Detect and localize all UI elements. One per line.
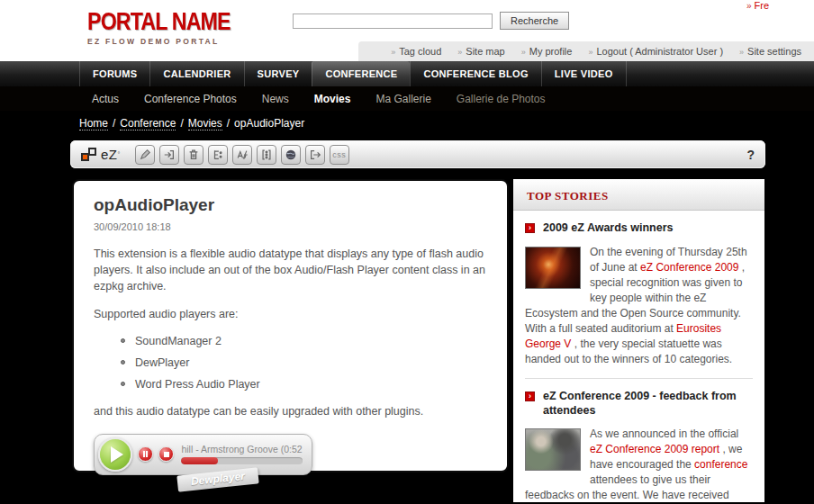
subnav-item-news[interactable]: News bbox=[249, 93, 302, 105]
arrow-icon: » bbox=[457, 48, 462, 57]
sub-nav: Actus Conference Photos News Movies Ma G… bbox=[0, 86, 814, 111]
trash-icon[interactable] bbox=[184, 145, 204, 165]
quick-link-tag-cloud[interactable]: »Tag cloud bbox=[391, 46, 441, 57]
breadcrumb-separator: / bbox=[180, 117, 183, 130]
quick-link-my-profile[interactable]: »My profile bbox=[521, 46, 573, 57]
list-item: Word Press Audio Player bbox=[121, 378, 487, 391]
track-label: hill - Armstrong Groove (0:52 bbox=[181, 444, 303, 454]
ez-logo[interactable]: eZ° bbox=[81, 147, 120, 162]
red-arrow-icon: › bbox=[525, 392, 535, 401]
play-button[interactable] bbox=[98, 437, 132, 472]
arrow-icon: » bbox=[521, 48, 526, 57]
story-link[interactable]: eZ Conference 2009 bbox=[640, 261, 738, 274]
header: »Fre PORTAL NAME EZ FLOW DEMO PORTAL Rec… bbox=[0, 0, 814, 61]
story-link[interactable]: eZ Conference 2009 report bbox=[590, 443, 719, 455]
bullet-icon bbox=[121, 382, 125, 386]
player-track-area: hill - Armstrong Groove (0:52 bbox=[181, 444, 303, 464]
list-item-label: DewPlayer bbox=[135, 356, 189, 369]
language-switcher[interactable]: »Fre bbox=[746, 0, 769, 11]
story-headline-row[interactable]: › 2009 eZ Awards winners bbox=[525, 221, 753, 236]
arrow-icon: » bbox=[588, 48, 592, 57]
story-item: › eZ Conference 2009 - feedback from att… bbox=[525, 378, 753, 504]
breadcrumb-home[interactable]: Home bbox=[79, 117, 108, 130]
breadcrumb-conference[interactable]: Conference bbox=[120, 117, 176, 130]
nav-tab-conference[interactable]: CONFERENCE bbox=[312, 61, 410, 86]
ez-logo-icon bbox=[81, 148, 96, 161]
story-thumbnail[interactable] bbox=[525, 247, 581, 289]
nav-tab-forums[interactable]: FORUMS bbox=[79, 61, 149, 86]
page: »Fre PORTAL NAME EZ FLOW DEMO PORTAL Rec… bbox=[0, 0, 814, 504]
quick-links-bar: »Tag cloud »Site map »My profile »Logout… bbox=[358, 41, 814, 61]
story-link[interactable]: conference bbox=[694, 458, 747, 471]
pause-icon bbox=[146, 451, 148, 457]
top-stories-panel: TOP STORIES › 2009 eZ Awards winners On … bbox=[511, 177, 766, 504]
breadcrumb: Home/Conference/Movies/opAudioPlayer bbox=[79, 117, 304, 130]
quick-link-label: Site map bbox=[466, 46, 504, 57]
story-body: On the evening of Thursday 25th of June … bbox=[525, 245, 753, 367]
subnav-item-gallerie-de-photos[interactable]: Gallerie de Photos bbox=[444, 93, 558, 105]
story-thumbnail[interactable] bbox=[525, 428, 581, 471]
arrow-icon: » bbox=[739, 48, 744, 57]
red-arrow-icon: › bbox=[525, 223, 535, 233]
logo-title: PORTAL NAME bbox=[87, 8, 231, 36]
breadcrumb-movies[interactable]: Movies bbox=[188, 117, 222, 130]
quick-link-site-settings[interactable]: »Site settings bbox=[739, 46, 801, 57]
story-headline-row[interactable]: › eZ Conference 2009 - feedback from att… bbox=[525, 390, 753, 418]
css-button[interactable]: css bbox=[330, 145, 349, 165]
arrow-icon: » bbox=[746, 1, 752, 11]
quick-link-label: Site settings bbox=[747, 46, 801, 57]
sort-icon[interactable] bbox=[208, 145, 228, 165]
story-text: As we announced in the official bbox=[590, 428, 738, 440]
versions-icon[interactable] bbox=[257, 145, 276, 165]
nav-tab-calendrier[interactable]: CALENDRIER bbox=[149, 61, 243, 86]
play-icon bbox=[111, 446, 123, 463]
quick-link-label: Tag cloud bbox=[399, 46, 441, 57]
language-label: Fre bbox=[755, 0, 770, 11]
pause-button[interactable] bbox=[138, 446, 153, 462]
breadcrumb-separator: / bbox=[227, 117, 230, 130]
stop-button[interactable] bbox=[158, 446, 174, 462]
quick-link-label: Logout ( Administrator User ) bbox=[596, 46, 723, 57]
subnav-item-ma-gallerie[interactable]: Ma Gallerie bbox=[363, 93, 443, 105]
article-title: opAudioPlayer bbox=[94, 195, 487, 215]
help-icon[interactable]: ? bbox=[746, 148, 755, 162]
nav-tab-live-video[interactable]: LIVE VIDEO bbox=[541, 61, 627, 86]
nav-tab-conference-blog[interactable]: CONFERENCE BLOG bbox=[410, 61, 540, 86]
stop-icon bbox=[164, 452, 169, 457]
logo-tagline: EZ FLOW DEMO PORTAL bbox=[87, 37, 254, 46]
quick-link-site-map[interactable]: »Site map bbox=[457, 46, 504, 57]
pause-icon bbox=[143, 451, 145, 457]
progress-fill bbox=[181, 457, 218, 464]
story-item: › 2009 eZ Awards winners On the evening … bbox=[525, 221, 753, 367]
edit-icon[interactable] bbox=[135, 145, 155, 165]
move-icon[interactable] bbox=[159, 145, 179, 165]
quick-link-label: My profile bbox=[529, 46, 573, 57]
exit-icon[interactable] bbox=[305, 145, 325, 165]
list-item-label: Word Press Audio Player bbox=[135, 378, 260, 391]
globe-icon[interactable] bbox=[281, 145, 301, 165]
top-stories-title: TOP STORIES bbox=[527, 189, 609, 202]
translate-icon[interactable] bbox=[232, 145, 252, 165]
breadcrumb-current: opAudioPlayer bbox=[234, 117, 304, 130]
subnav-item-conference-photos[interactable]: Conference Photos bbox=[131, 93, 249, 105]
subnav-item-actus[interactable]: Actus bbox=[79, 93, 131, 105]
article-date: 30/09/2010 18:18 bbox=[94, 221, 487, 232]
breadcrumb-separator: / bbox=[113, 117, 115, 130]
site-logo[interactable]: PORTAL NAME EZ FLOW DEMO PORTAL bbox=[87, 8, 254, 46]
story-headline: eZ Conference 2009 - feedback from atten… bbox=[543, 390, 753, 418]
supported-players-list: SoundManager 2 DewPlayer Word Press Audi… bbox=[121, 335, 487, 391]
subnav-item-movies[interactable]: Movies bbox=[302, 93, 364, 105]
search-button[interactable]: Recherche bbox=[500, 12, 569, 30]
bullet-icon bbox=[121, 338, 125, 343]
article-panel: opAudioPlayer 30/09/2010 18:18 This exte… bbox=[72, 179, 509, 472]
story-text: attendees to give us their feedbacks on … bbox=[525, 473, 729, 504]
story-body: As we announced in the official eZ Confe… bbox=[525, 427, 753, 504]
ez-logo-trademark: ° bbox=[118, 151, 121, 158]
progress-track[interactable] bbox=[181, 457, 303, 464]
main-nav: FORUMS CALENDRIER SURVEY CONFERENCE CONF… bbox=[0, 61, 814, 86]
nav-tab-survey[interactable]: SURVEY bbox=[244, 61, 312, 86]
list-item: DewPlayer bbox=[121, 356, 487, 369]
article-paragraph: Supported audio players are: bbox=[94, 306, 487, 322]
quick-link-logout[interactable]: »Logout ( Administrator User ) bbox=[588, 46, 723, 57]
search-input[interactable] bbox=[293, 14, 493, 29]
